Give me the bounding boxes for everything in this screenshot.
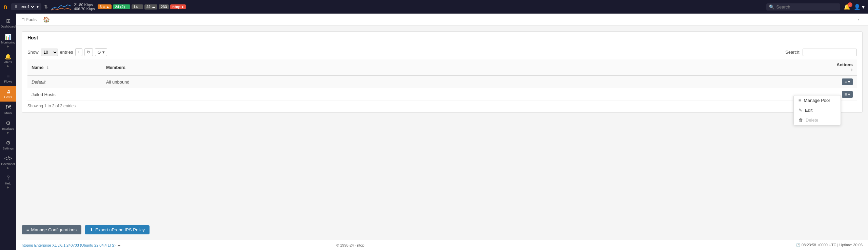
manage-configurations-button[interactable]: ≡ Manage Configurations — [22, 225, 81, 234]
table-row: Jailed Hosts ≡ ▾ — [27, 88, 857, 101]
version-link[interactable]: ntopng Enterprise XL v.6.1.240703 (Ubunt… — [22, 243, 116, 247]
card-header: Host — [22, 32, 862, 44]
edit-icon: ✎ — [798, 108, 802, 113]
monitoring-arrow: ▶ — [7, 45, 9, 48]
showing-text: Showing 1 to 2 of 2 entries — [27, 104, 857, 108]
sidebar-item-alerts[interactable]: 🔔 Alerts ▶ — [0, 51, 16, 70]
breadcrumb: □ Pools | 🏠 ← — [16, 14, 868, 26]
card-body: Show 10 25 50 100 entries + ↻ ⊙ ▾ — [22, 44, 862, 112]
filter-button[interactable]: ⊙ ▾ — [95, 48, 107, 56]
badge-interfaces[interactable]: 14 □ — [132, 4, 143, 9]
cell-name-jailed: Jailed Hosts — [27, 88, 102, 101]
traffic-graph — [51, 3, 71, 11]
global-search-input[interactable] — [776, 4, 837, 10]
sidebar-label-settings: Settings — [3, 147, 14, 150]
sidebar-item-monitoring[interactable]: 📊 Monitoring ▶ — [0, 31, 16, 51]
back-button[interactable]: ← — [857, 17, 863, 23]
topbar: n 🖥 eno1 ▾ ⇅ 21.80 Kbps 406.70 Kbps 6 ≡ … — [0, 0, 868, 14]
badge-ntop[interactable]: ntop ● — [170, 4, 186, 9]
interface-icon: ⚙ — [6, 120, 11, 126]
menu-label-manage-pool: Manage Pool — [804, 98, 830, 103]
copyright: © 1998-24 - ntop — [336, 243, 364, 247]
search-label: Search: — [785, 50, 801, 55]
table-header: Name ⇕ Members Actions ⇕ — [27, 59, 857, 75]
dashboard-icon: ⊞ — [6, 18, 11, 24]
table-controls: Show 10 25 50 100 entries + ↻ ⊙ ▾ — [27, 48, 857, 56]
developer-icon: </> — [4, 156, 12, 162]
delete-icon: 🗑 — [798, 118, 803, 123]
sidebar-item-flows[interactable]: ≡ Flows — [0, 70, 16, 86]
sidebar: ⊞ Dashboard 📊 Monitoring ▶ 🔔 Alerts ▶ ≡ … — [0, 14, 16, 250]
sidebar-item-hosts[interactable]: 🖥 Hosts — [0, 86, 16, 102]
sidebar-item-dashboard[interactable]: ⊞ Dashboard — [0, 15, 16, 31]
cell-members-jailed — [102, 88, 830, 101]
developer-arrow: ▶ — [7, 166, 9, 169]
action-menu-button-default[interactable]: ≡ ▾ — [842, 78, 853, 85]
hosts-icon: 🖥 — [5, 89, 11, 95]
interface-dropdown[interactable]: eno1 — [19, 4, 35, 10]
host-card: Host Show 10 25 50 100 entries — [22, 31, 863, 113]
traffic-sparkline — [51, 3, 71, 11]
settings-icon: ⚙ — [6, 140, 11, 146]
page-content: Host Show 10 25 50 100 entries — [16, 26, 868, 220]
pools-link[interactable]: □ Pools — [22, 17, 37, 22]
cell-actions-default: ≡ ▾ — [830, 75, 857, 88]
entries-select[interactable]: 10 25 50 100 — [41, 49, 58, 56]
sidebar-item-maps[interactable]: 🗺 Maps — [0, 102, 16, 117]
global-search-box[interactable]: 🔍 — [766, 3, 840, 11]
col-header-actions: Actions ⇕ — [830, 59, 857, 75]
sidebar-item-developer[interactable]: </> Developer ▶ — [0, 153, 16, 172]
sidebar-label-help: Help — [5, 182, 12, 185]
notifications-button[interactable]: 🔔7 — [844, 4, 850, 10]
interface-selector[interactable]: 🖥 eno1 ▾ — [11, 3, 41, 10]
action-menu-button-jailed[interactable]: ≡ ▾ — [842, 91, 853, 98]
home-link[interactable]: 🏠 — [43, 16, 50, 23]
action-dropdown: ≡ Manage Pool ✎ Edit 🗑 Delete — [793, 95, 841, 125]
sidebar-item-settings[interactable]: ⚙ Settings — [0, 137, 16, 153]
user-menu-button[interactable]: 👤 ▾ — [854, 4, 865, 10]
sidebar-label-dashboard: Dashboard — [1, 25, 16, 28]
sidebar-label-alerts: Alerts — [4, 60, 12, 64]
menu-label-delete: Delete — [806, 118, 818, 123]
sidebar-label-maps: Maps — [4, 111, 12, 114]
time-display: 🕐 08:23:58 +0000 UTC | Uptime: 30:06 — [796, 243, 863, 247]
search-icon: 🔍 — [769, 4, 774, 10]
cell-members-default: All unbound — [102, 75, 830, 88]
manage-pool-icon: ≡ — [798, 98, 801, 103]
add-row-button[interactable]: + — [75, 48, 83, 56]
sidebar-label-flows: Flows — [4, 80, 12, 83]
refresh-button[interactable]: ↻ — [84, 48, 93, 56]
table-action-buttons: + ↻ ⊙ ▾ — [75, 48, 107, 56]
iface-chevron: ▾ — [37, 4, 39, 9]
notification-count: 7 — [848, 2, 852, 7]
sidebar-item-interface[interactable]: ⚙ Interface ▶ — [0, 117, 16, 137]
export-nprobe-button[interactable]: ⬆ Export nProbe IPS Policy — [85, 225, 150, 234]
table-search: Search: — [785, 49, 857, 56]
logo: n — [3, 3, 7, 11]
help-arrow: ▶ — [7, 186, 9, 189]
status-badges: 6 ≡ ▲ 24 (2) □ 14 □ 22 ☁ 233 ntop ● — [98, 4, 186, 10]
sidebar-label-developer: Developer — [1, 162, 15, 166]
col-header-name[interactable]: Name ⇕ — [27, 59, 102, 75]
page-title: Host — [27, 35, 857, 40]
menu-item-edit[interactable]: ✎ Edit — [794, 105, 841, 115]
sidebar-label-monitoring: Monitoring — [1, 41, 15, 44]
menu-item-manage-pool[interactable]: ≡ Manage Pool — [794, 95, 841, 105]
manage-config-icon: ≡ — [26, 227, 29, 232]
menu-item-delete: 🗑 Delete — [794, 115, 841, 125]
footer: ntopng Enterprise XL v.6.1.240703 (Ubunt… — [16, 240, 868, 250]
clock-icon: 🕐 — [796, 243, 801, 247]
badge-local[interactable]: 22 ☁ — [144, 4, 157, 10]
sidebar-item-help[interactable]: ? Help ▶ — [0, 172, 16, 192]
alerts-arrow: ▶ — [7, 65, 9, 68]
sidebar-label-interface: Interface — [2, 127, 14, 130]
badge-hosts[interactable]: 24 (2) □ — [113, 4, 130, 9]
badge-count[interactable]: 233 — [159, 4, 169, 9]
alerts-icon: 🔔 — [5, 53, 12, 60]
badge-flows[interactable]: 6 ≡ ▲ — [98, 4, 112, 9]
monitoring-icon: 📊 — [5, 34, 12, 40]
col-header-members: Members — [102, 59, 830, 75]
table-search-input[interactable] — [803, 49, 857, 56]
maps-icon: 🗺 — [5, 104, 11, 110]
header-row: Name ⇕ Members Actions ⇕ — [27, 59, 857, 75]
